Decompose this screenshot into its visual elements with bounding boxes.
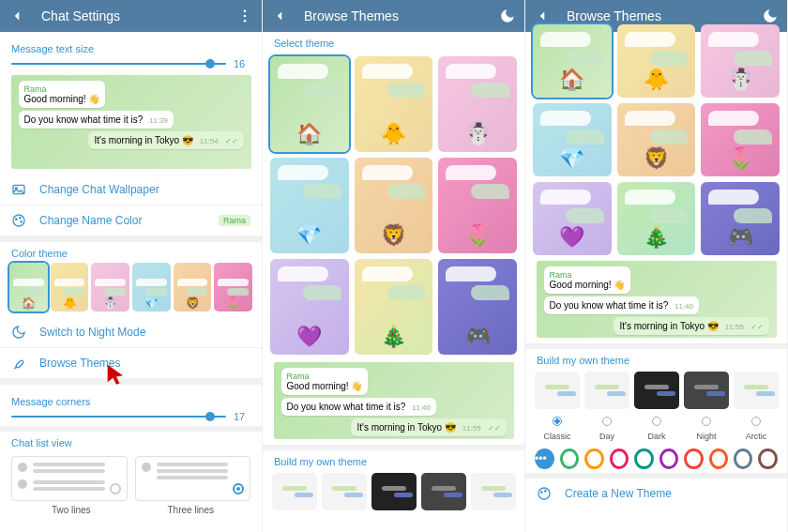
msg-text: Good morning! 👋 [287,381,363,391]
accent-color-dot[interactable] [684,448,703,469]
accent-color-dot[interactable] [758,448,777,469]
build-card-day[interactable] [322,473,367,510]
accent-color-dot[interactable] [560,448,579,469]
change-name-color-row[interactable]: Change Name Color Rama [0,205,262,236]
accent-color-dot[interactable] [659,448,678,469]
theme-thumb[interactable]: 🏠 [9,263,48,312]
build-card-night[interactable] [684,372,729,409]
build-radio[interactable] [634,413,679,430]
accent-color-dot[interactable] [584,448,603,469]
svg-point-9 [538,488,550,499]
theme-thumb[interactable]: 🦁 [617,103,696,176]
svg-point-1 [244,15,247,18]
msg-time: 11:39 [149,116,168,125]
theme-thumb[interactable]: 💎 [533,103,612,176]
accent-color-dot[interactable] [734,448,752,469]
theme-thumb[interactable]: ☃️ [91,263,129,312]
accent-color-dot[interactable] [709,448,728,469]
back-icon[interactable] [270,7,289,25]
moon-icon[interactable] [498,7,517,25]
text-size-section: Message text size 16 [0,32,262,73]
theme-thumb[interactable]: 🌷 [701,103,780,176]
svg-point-6 [16,219,17,220]
build-card-arctic[interactable] [734,372,779,409]
theme-thumb[interactable]: 🎮 [438,259,517,355]
build-label: Night [684,432,729,441]
theme-thumb[interactable]: 🐥 [355,56,433,152]
build-own-label: Build my own theme [525,349,787,370]
back-icon[interactable] [533,7,552,25]
theme-thumb[interactable]: 💎 [132,263,171,312]
build-label: Arctic [734,432,779,441]
image-icon [11,182,26,197]
svg-point-7 [20,218,21,219]
bubble-incoming: Rama Good morning! 👋 [281,368,369,395]
chatlist-label: Chat list view [0,432,262,452]
create-theme-row[interactable]: Create a New Theme [525,479,787,509]
theme-thumb[interactable]: 💜 [533,182,612,255]
theme-thumb[interactable]: 🌷 [214,263,252,312]
bubble-incoming: Rama Good morning! 👋 [19,81,106,108]
radio-off [110,483,121,494]
text-size-slider[interactable] [11,63,226,65]
theme-thumb[interactable]: 🐥 [617,24,696,98]
browse-themes-row[interactable]: Browse Themes [0,348,262,379]
bubble-incoming: Do you know what time it is? 11:39 [19,111,174,129]
build-card-classic[interactable] [535,372,580,409]
checkmark-icon: ✓✓ [225,137,238,145]
row-label: Create a New Theme [565,487,672,500]
chatlist-two-lines[interactable] [11,456,128,501]
moon-icon[interactable] [761,7,780,25]
build-radio[interactable] [535,413,580,430]
chatlist-labels: Two lines Three lines [0,503,262,517]
bubble-incoming: Rama Good morning! 👋 [544,266,631,294]
bubble-incoming: Do you know what time it is? 11:40 [281,398,437,416]
back-icon[interactable] [8,7,26,25]
theme-thumb[interactable]: 🌷 [438,158,517,253]
theme-thumb[interactable]: 🐥 [51,263,89,312]
theme-thumb[interactable]: 🎮 [701,182,780,255]
accent-color-dot[interactable]: ••• [535,448,554,469]
chatlist-options [0,452,262,503]
accent-color-dot[interactable] [610,448,629,469]
bubble-outgoing: It's morning in Tokyo 😎 11:55 ✓✓ [351,418,506,436]
theme-thumb[interactable]: 🦁 [174,263,212,312]
theme-thumb[interactable]: 💎 [270,158,349,253]
more-icon[interactable] [235,7,254,25]
corners-slider[interactable] [11,416,226,418]
build-cards-row [525,370,787,413]
build-card-dark[interactable] [634,372,679,409]
build-card-classic[interactable] [272,473,317,510]
msg-text: Do you know what time it is? [550,300,669,311]
color-theme-label: Color theme [0,242,262,263]
accent-color-dot[interactable] [634,448,653,469]
theme-thumb[interactable]: 🏠 [270,56,349,152]
build-card-day[interactable] [584,372,629,409]
theme-thumb[interactable]: ☃️ [438,56,517,152]
chat-preview: Rama Good morning! 👋 Do you know what ti… [274,362,514,439]
msg-time: 11:40 [412,403,431,412]
row-label: Change Name Color [39,214,142,227]
theme-thumb[interactable]: ☃️ [701,24,780,98]
msg-text: It's morning in Tokyo 😎 [94,135,192,145]
screen-chat-settings: Chat Settings Message text size 16 Rama … [0,0,263,532]
chatlist-three-lines[interactable] [135,456,251,501]
build-card-night[interactable] [421,473,466,510]
checkmark-icon: ✓✓ [750,323,764,331]
theme-thumb[interactable]: 🦁 [355,158,433,253]
build-radio[interactable] [734,413,779,430]
change-wallpaper-row[interactable]: Change Chat Wallpaper [0,175,262,205]
palette-icon [537,486,552,501]
three-lines-label: Three lines [131,505,251,515]
corners-slider-row: 17 [11,411,250,422]
build-radio[interactable] [584,413,629,430]
checkmark-icon: ✓✓ [488,424,501,433]
build-card-dark[interactable] [371,473,417,510]
theme-thumb[interactable]: 🏠 [533,24,612,98]
night-mode-row[interactable]: Switch to Night Mode [0,317,262,348]
build-radio[interactable] [684,413,729,430]
build-card-arctic[interactable] [471,473,516,510]
theme-thumb[interactable]: 💜 [270,259,349,355]
theme-thumb[interactable]: 🎄 [355,259,433,355]
theme-thumb[interactable]: 🎄 [617,182,696,255]
